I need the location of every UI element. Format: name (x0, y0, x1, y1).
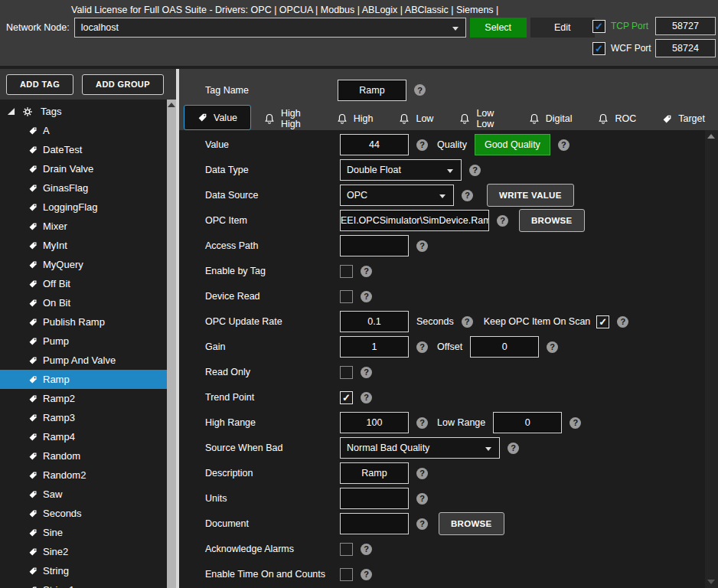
help-icon[interactable] (361, 367, 372, 378)
help-icon[interactable] (361, 569, 372, 580)
document-browse-button[interactable]: BROWSE (439, 512, 504, 535)
tab-low[interactable]: Low (386, 107, 446, 130)
tree-item[interactable]: Random2 (0, 466, 167, 485)
help-icon[interactable] (617, 316, 628, 328)
data-source-label: Data Source (205, 190, 340, 201)
help-icon[interactable] (361, 544, 372, 555)
tab-target[interactable]: Target (649, 107, 718, 130)
help-icon[interactable] (416, 240, 428, 252)
tree-item[interactable]: Off Bit (0, 274, 167, 293)
tree-item[interactable]: Saw (0, 485, 167, 504)
keep-opc-item-on-scan-checkbox[interactable] (596, 315, 609, 328)
help-icon[interactable] (497, 215, 508, 227)
tab-value[interactable]: Value (184, 105, 251, 130)
tcp-port-input[interactable] (655, 17, 716, 35)
tree-item[interactable]: Publish Ramp (0, 312, 167, 332)
help-icon[interactable] (416, 518, 428, 530)
expander-expanded-icon[interactable] (7, 107, 15, 116)
tree-item[interactable]: Pump (0, 332, 167, 351)
help-icon[interactable] (462, 316, 473, 328)
network-node-combobox[interactable]: localhost (74, 18, 466, 38)
data-source-dropdown[interactable]: OPC (340, 185, 454, 206)
tree-item[interactable]: MyInt (0, 236, 167, 255)
access-path-input[interactable] (340, 235, 409, 256)
description-input[interactable] (340, 462, 409, 484)
help-icon[interactable] (416, 493, 428, 505)
tree-item[interactable]: Mixer (0, 217, 167, 236)
help-icon[interactable] (361, 266, 372, 277)
tree-item[interactable]: Drain Valve (0, 159, 167, 178)
tree-item[interactable]: GinasFlag (0, 178, 167, 198)
help-icon[interactable] (462, 190, 473, 201)
tree-root-tags[interactable]: Tags (0, 102, 176, 121)
document-input[interactable] (340, 513, 409, 534)
tree-item[interactable]: Pump And Valve (0, 351, 167, 370)
tree-item[interactable]: Sine2 (0, 542, 167, 561)
tree-item[interactable]: MyQuery (0, 255, 167, 274)
tree-item[interactable]: Ramp (0, 370, 167, 389)
scroll-up-icon[interactable] (168, 103, 175, 107)
tag-name-input[interactable] (338, 80, 406, 101)
help-icon[interactable] (558, 139, 570, 151)
opc-item-browse-button[interactable]: BROWSE (519, 209, 585, 232)
low-range-input[interactable] (493, 412, 562, 433)
help-icon[interactable] (361, 392, 372, 403)
tree-item[interactable]: Seconds (0, 504, 167, 523)
tab-high[interactable]: High (324, 107, 387, 130)
scroll-down-icon[interactable] (707, 580, 715, 584)
high-range-input[interactable] (340, 412, 409, 433)
add-group-button[interactable]: ADD GROUP (82, 74, 164, 95)
wcf-port-checkbox[interactable] (592, 42, 605, 55)
data-type-dropdown[interactable]: Double Float (340, 159, 462, 181)
tree-item[interactable]: String (0, 561, 167, 580)
units-input[interactable] (340, 488, 409, 509)
trend-point-checkbox[interactable] (340, 391, 353, 404)
help-icon[interactable] (416, 417, 428, 429)
help-icon[interactable] (416, 341, 428, 353)
wcf-port-input[interactable] (655, 39, 716, 57)
help-icon[interactable] (414, 84, 426, 96)
tab-high-high[interactable]: High High (251, 107, 324, 130)
read-only-checkbox[interactable] (340, 366, 353, 379)
help-icon[interactable] (361, 291, 372, 302)
tcp-port-checkbox[interactable] (592, 20, 605, 33)
tree-item[interactable]: Sine (0, 523, 167, 542)
tree-item[interactable]: String1 (0, 580, 167, 588)
opc-item-input[interactable] (340, 210, 489, 231)
source-when-bad-dropdown[interactable]: Normal Bad Quality (340, 437, 500, 459)
tree-item[interactable]: LoggingFlag (0, 198, 167, 217)
tree-item[interactable]: Ramp4 (0, 427, 167, 446)
opc-update-rate-input[interactable] (340, 311, 409, 332)
help-icon[interactable] (416, 139, 428, 151)
enable-time-on-and-counts-checkbox[interactable] (340, 568, 353, 581)
help-icon[interactable] (416, 468, 428, 479)
tab-low-low[interactable]: Low Low (446, 107, 515, 130)
enable-time-on-and-counts-row: Enable Time On and Counts (205, 564, 718, 585)
help-icon[interactable] (547, 341, 558, 353)
help-icon[interactable] (507, 443, 519, 454)
write-value-button[interactable]: WRITE VALUE (487, 184, 574, 207)
tab-roc[interactable]: ROC (585, 107, 649, 130)
gain-input[interactable] (340, 336, 409, 358)
device-read-checkbox[interactable] (340, 290, 353, 303)
tab-digital[interactable]: Digital (516, 107, 586, 130)
enable-by-tag-checkbox[interactable] (340, 265, 353, 278)
help-icon[interactable] (469, 165, 481, 176)
offset-label: Offset (437, 341, 462, 352)
main-scrollbar[interactable] (705, 130, 718, 588)
select-button[interactable]: Select (470, 18, 527, 38)
offset-input[interactable] (470, 336, 539, 358)
tree-item[interactable]: Ramp3 (0, 408, 167, 427)
tree-item[interactable]: Ramp2 (0, 389, 167, 408)
tree-item[interactable]: On Bit (0, 293, 167, 312)
acknowledge-alarms-checkbox[interactable] (340, 543, 353, 556)
help-icon[interactable] (570, 417, 581, 429)
value-input[interactable] (340, 134, 409, 155)
scroll-up-icon[interactable] (707, 134, 715, 139)
tree-item[interactable]: A (0, 121, 167, 140)
add-tag-button[interactable]: ADD TAG (6, 74, 73, 95)
tree-item[interactable]: DateTest (0, 140, 167, 159)
edit-button[interactable]: Edit (530, 18, 595, 38)
tree-item[interactable]: Random (0, 446, 167, 466)
tree-scrollbar[interactable] (167, 100, 176, 588)
